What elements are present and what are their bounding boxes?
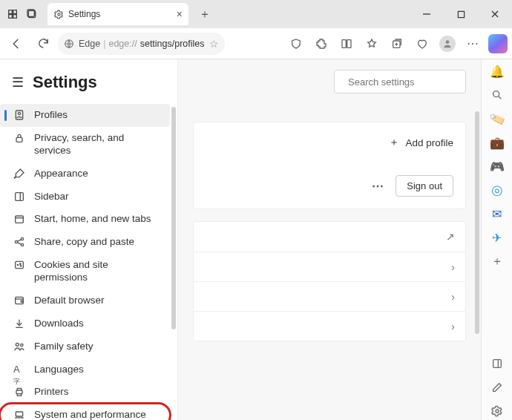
chevron-right-icon: › <box>451 261 455 273</box>
back-button[interactable] <box>4 32 28 56</box>
nav-system-performance[interactable]: System and performance <box>0 404 170 420</box>
svg-point-22 <box>17 264 18 265</box>
tab-close-icon[interactable]: × <box>177 8 183 20</box>
edge-icon <box>64 39 74 49</box>
favorite-star-icon[interactable]: ☆ <box>209 38 219 50</box>
window-controls <box>410 0 512 28</box>
nav-family[interactable]: Family safety <box>0 335 170 358</box>
list-item[interactable]: › <box>194 281 465 311</box>
nav-downloads[interactable]: Downloads <box>0 312 170 335</box>
svg-rect-14 <box>16 137 22 142</box>
svg-point-27 <box>16 343 19 346</box>
svg-point-26 <box>21 301 23 303</box>
svg-point-24 <box>20 266 21 266</box>
games-icon[interactable]: 🎮 <box>488 157 506 175</box>
sidebar-scrollbar[interactable] <box>171 107 176 329</box>
svg-rect-9 <box>347 39 351 47</box>
tracking-protection-icon[interactable] <box>285 33 307 55</box>
laptop-icon <box>13 409 25 420</box>
nav-appearance[interactable]: Appearance <box>0 163 170 186</box>
profile-card: ＋ Add profile ⋯ Sign out <box>193 122 466 209</box>
svg-point-13 <box>18 112 20 114</box>
brush-icon <box>13 168 25 180</box>
settings-sidebar: ☰ Settings Profiles Privacy, search, and… <box>0 59 178 420</box>
sidebar-settings-icon[interactable] <box>488 402 506 420</box>
share-icon <box>13 236 25 248</box>
download-icon <box>13 318 25 329</box>
sign-out-button[interactable]: Sign out <box>396 175 453 197</box>
svg-rect-4 <box>458 11 464 17</box>
extensions-icon[interactable] <box>310 33 332 55</box>
printer-icon <box>13 386 25 398</box>
cookies-icon <box>13 259 25 271</box>
nav-printers[interactable]: Printers <box>0 381 170 404</box>
nav-share-copy[interactable]: Share, copy and paste <box>0 231 170 254</box>
profile-icon <box>13 109 25 121</box>
gear-icon <box>53 9 64 19</box>
more-menu-icon[interactable]: ⋯ <box>462 33 484 55</box>
nav-cookies[interactable]: Cookies and site permissions <box>0 254 170 289</box>
outlook-icon[interactable]: ✉ <box>488 205 506 223</box>
notifications-icon[interactable]: 🔔 <box>488 62 506 80</box>
add-profile-button[interactable]: ＋ Add profile <box>389 136 453 149</box>
main-scrollbar[interactable] <box>475 111 479 334</box>
address-text: Edge | edge://settings/profiles <box>79 39 205 49</box>
list-item[interactable]: › <box>194 252 465 281</box>
sidebar-icon <box>13 191 25 203</box>
browser-tab[interactable]: Settings × <box>47 3 188 25</box>
minimize-button[interactable] <box>410 0 444 28</box>
svg-point-11 <box>446 40 450 44</box>
favorites-icon[interactable] <box>361 33 383 55</box>
hide-sidebar-icon[interactable] <box>488 355 506 373</box>
external-link-icon: ↗ <box>446 231 455 243</box>
search-sidebar-icon[interactable] <box>488 86 506 104</box>
list-item[interactable]: › <box>194 311 465 341</box>
office-icon[interactable]: ◎ <box>488 181 506 199</box>
collections-icon[interactable] <box>386 33 408 55</box>
profile-more-button[interactable]: ⋯ <box>372 179 385 193</box>
nav-sidebar[interactable]: Sidebar <box>0 186 170 209</box>
copilot-icon[interactable] <box>488 34 508 53</box>
workspaces-icon[interactable] <box>6 7 19 21</box>
svg-rect-29 <box>16 390 22 394</box>
tab-actions-icon[interactable] <box>25 7 39 21</box>
browser-icon <box>13 295 25 306</box>
list-item[interactable]: ↗ <box>194 222 465 252</box>
edit-sidebar-icon[interactable] <box>488 378 506 396</box>
languages-icon: A字 <box>13 364 25 375</box>
settings-search-input[interactable] <box>348 76 473 88</box>
tabs-icon <box>13 213 25 225</box>
lock-icon <box>13 132 25 144</box>
svg-point-32 <box>493 91 499 97</box>
chevron-right-icon: › <box>451 291 455 303</box>
browser-toolbar: Edge | edge://settings/profiles ☆ ⋯ <box>0 28 512 59</box>
split-screen-icon[interactable] <box>335 33 358 55</box>
nav-languages[interactable]: A字 Languages <box>0 358 170 381</box>
maximize-button[interactable] <box>444 0 478 28</box>
chevron-right-icon: › <box>451 321 455 332</box>
svg-point-2 <box>57 13 59 15</box>
tools-icon[interactable]: 💼 <box>488 134 506 151</box>
nav-start-home[interactable]: Start, home, and new tabs <box>0 208 170 231</box>
nav-privacy[interactable]: Privacy, search, and services <box>0 127 170 163</box>
svg-point-23 <box>20 263 21 264</box>
close-window-button[interactable] <box>478 0 512 28</box>
svg-rect-21 <box>16 261 24 268</box>
new-tab-button[interactable]: ＋ <box>194 3 215 25</box>
address-bar[interactable]: Edge | edge://settings/profiles ☆ <box>58 33 225 55</box>
add-sidebar-icon[interactable]: ＋ <box>488 252 506 270</box>
drop-icon[interactable]: ✈ <box>488 229 506 246</box>
refresh-button[interactable] <box>31 32 55 56</box>
svg-point-28 <box>21 344 23 346</box>
settings-search[interactable] <box>334 70 466 93</box>
browser-health-icon[interactable] <box>411 33 433 55</box>
shopping-tag-icon[interactable]: 🏷️ <box>485 108 508 131</box>
titlebar-left: Settings × ＋ <box>0 0 221 28</box>
hamburger-icon[interactable]: ☰ <box>12 74 24 91</box>
nav-default-browser[interactable]: Default browser <box>0 289 170 312</box>
profile-settings-list: ↗ › › › <box>193 221 466 341</box>
profile-avatar[interactable] <box>436 33 459 55</box>
nav-profiles[interactable]: Profiles <box>0 104 170 127</box>
svg-rect-30 <box>16 412 22 416</box>
svg-point-35 <box>496 410 499 413</box>
